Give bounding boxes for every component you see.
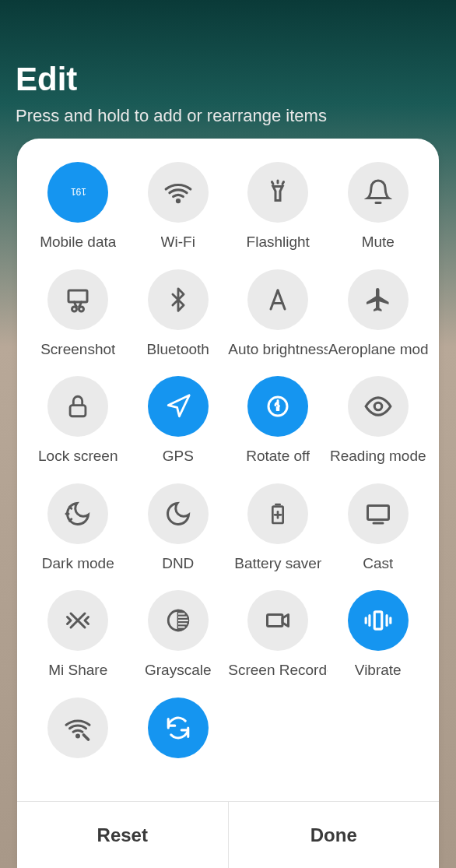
svg-rect-8 [70, 406, 86, 416]
tile-label: Mobile data [40, 234, 116, 251]
wifi-icon [148, 162, 209, 223]
tile-label: Lock screen [38, 448, 118, 465]
svg-rect-5 [68, 290, 87, 302]
lock-icon [47, 376, 108, 437]
vibrate-icon [348, 590, 409, 651]
screenshot-icon [47, 269, 108, 330]
svg-point-33 [77, 735, 79, 737]
page-subtitle: Press and hold to add or rearrange items [16, 106, 440, 126]
page-title: Edit [16, 61, 440, 98]
tile-label: DND [162, 555, 194, 572]
svg-line-14 [70, 518, 72, 520]
tile-gps[interactable]: GPS [128, 376, 229, 468]
tile-label: Grayscale [145, 662, 212, 679]
svg-line-13 [70, 507, 72, 508]
svg-rect-10 [276, 406, 280, 411]
tile-vibrate[interactable]: Vibrate [328, 590, 429, 682]
tile-label: Flashlight [247, 234, 310, 251]
tile-sync[interactable]: Sync [128, 698, 229, 789]
tile-label: Bluetooth [147, 341, 209, 358]
hotspot-icon [47, 698, 108, 758]
tile-label: Aeroplane mode [328, 341, 428, 358]
battery-saver-icon [247, 483, 308, 544]
tile-screen-recorder[interactable]: Screen Recorder [228, 590, 328, 682]
aeroplane-icon [348, 269, 409, 330]
footer: Reset Done [17, 801, 439, 868]
tile-label: GPS [163, 448, 194, 465]
done-button[interactable]: Done [228, 802, 440, 868]
sync-icon [148, 698, 209, 758]
tile-screenshot[interactable]: Screenshot [28, 269, 128, 361]
tile-lock-screen[interactable]: Lock screen [28, 376, 128, 468]
tile-dark-mode[interactable]: Dark mode [28, 483, 128, 575]
tile-label: Rotate off [246, 448, 310, 465]
reset-button[interactable]: Reset [17, 802, 228, 868]
tile-flashlight[interactable]: Flashlight [228, 162, 328, 254]
tile-auto-brightness[interactable]: Auto brightness [228, 269, 328, 361]
tile-aeroplane-mode[interactable]: Aeroplane mode [328, 269, 429, 361]
tile-bluetooth[interactable]: Bluetooth [128, 269, 229, 361]
grayscale-icon [148, 590, 209, 651]
tile-label: Mute [362, 234, 395, 251]
rotate-off-icon [247, 376, 308, 437]
svg-point-1 [177, 200, 179, 202]
svg-rect-19 [367, 505, 388, 519]
svg-point-11 [374, 402, 382, 410]
tile-reading-mode[interactable]: Reading mode [328, 376, 429, 468]
dark-mode-icon [47, 483, 108, 544]
svg-rect-28 [374, 612, 382, 629]
svg-line-4 [282, 182, 284, 184]
tile-label: Vibrate [355, 662, 402, 679]
flashlight-icon [247, 162, 308, 223]
tile-dnd[interactable]: DND [128, 483, 229, 575]
tiles-grid: 191 Mobile data Wi-Fi [17, 139, 439, 801]
screen-recorder-icon [247, 590, 308, 651]
tile-label: Mi Share [48, 662, 107, 679]
tile-label: Screenshot [40, 341, 115, 358]
header: Edit Press and hold to add or rearrange … [0, 0, 456, 126]
tile-battery-saver[interactable]: Battery saver [228, 483, 328, 575]
svg-rect-27 [268, 615, 283, 627]
tiles-panel: 191 Mobile data Wi-Fi [17, 139, 439, 868]
tile-cast[interactable]: Cast [328, 483, 429, 575]
tile-label: Wi-Fi [161, 234, 195, 251]
tile-rotate-off[interactable]: Rotate off [228, 376, 328, 468]
dnd-icon [148, 483, 209, 544]
gps-icon [148, 376, 209, 437]
tile-mute[interactable]: Mute [328, 162, 429, 254]
tile-label: Auto brightness [228, 341, 328, 358]
bluetooth-icon [148, 269, 209, 330]
svg-line-3 [272, 182, 274, 184]
tile-grayscale[interactable]: Grayscale [128, 590, 229, 682]
mute-icon [348, 162, 409, 223]
tile-label: Reading mode [330, 448, 426, 465]
tile-label: Battery saver [234, 555, 321, 572]
svg-point-7 [79, 307, 84, 311]
tile-mobile-data[interactable]: 191 Mobile data [28, 162, 128, 254]
auto-brightness-icon [247, 269, 308, 330]
mobile-data-icon: 191 [47, 162, 108, 223]
tile-hotspot[interactable]: Hotspot [28, 698, 128, 789]
tile-wifi[interactable]: Wi-Fi [128, 162, 229, 254]
tile-label: Cast [363, 555, 393, 572]
svg-text:191: 191 [71, 186, 86, 197]
tile-label: Screen Recorder [228, 662, 328, 679]
reading-mode-icon [348, 376, 409, 437]
tile-mi-share[interactable]: Mi Share [28, 590, 128, 682]
tile-label: Dark mode [42, 555, 114, 572]
svg-point-6 [72, 307, 77, 311]
cast-icon [348, 483, 409, 544]
mi-share-icon [47, 590, 108, 651]
